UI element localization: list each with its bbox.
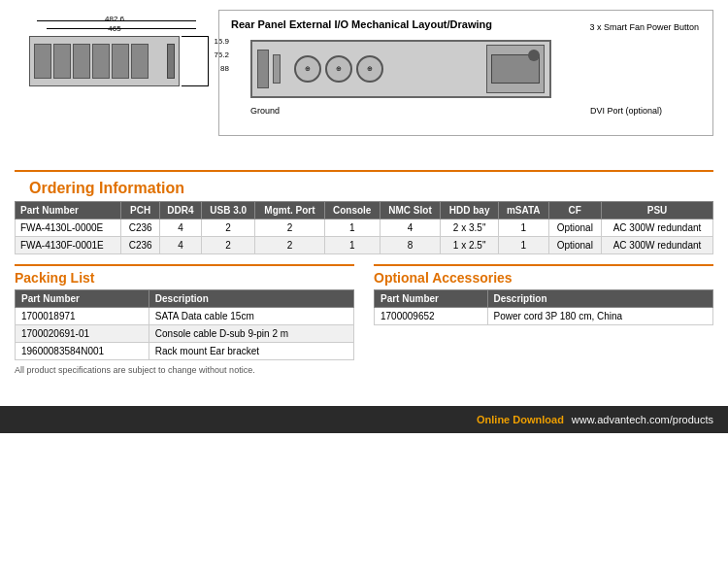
ground-label: Ground [250,106,280,116]
ordering-cell-1-2: 4 [159,237,201,254]
col-console: Console [324,202,380,219]
optional-col-part: Part Number [375,290,488,308]
ordering-cell-0-1: C236 [121,219,159,237]
packing-cell-2-1: Rack mount Ear bracket [149,343,353,360]
dvi-label: DVI Port (optional) [590,106,662,116]
ordering-cell-1-7: 1 x 2.5" [441,237,499,254]
fan-label: 3 x Smart Fan [589,22,645,32]
ordering-table: Part Number PCH DDR4 USB 3.0 Mgmt. Port … [15,201,713,254]
packing-cell-0-1: SATA Data cable 15cm [149,308,353,325]
ordering-cell-1-9: Optional [548,237,602,254]
fan-1: ⊕ [294,55,321,83]
optional-cell-0-1: Power cord 3P 180 cm, China [487,308,712,325]
packing-list-title: Packing List [15,264,354,286]
packing-col-part: Part Number [16,290,149,308]
ordering-cell-1-3: 2 [202,237,255,254]
ordering-cell-0-0: FWA-4130L-0000E [16,219,121,237]
optional-accessories-table: Part Number Description 1700009652Power … [374,289,713,325]
ordering-cell-1-0: FWA-4130F-0001E [16,237,121,254]
rear-panel-diagram: 3 x Smart Fan Power Button ⊕ ⊕ ⊕ [250,40,701,98]
packing-col-desc: Description [149,290,353,308]
mechanical-drawing-left: 482.6 465 15 [15,10,209,136]
ordering-title: Ordering Information [15,170,713,201]
col-mgmt-port: Mgmt. Port [255,202,324,219]
footer-section: All product specifications are subject t… [0,370,728,406]
packing-cell-0-0: 1700018971 [16,308,149,325]
col-pch: PCH [121,202,159,219]
packing-row-1: 1700020691-01Console cable D-sub 9-pin 2… [16,325,354,343]
col-usb30: USB 3.0 [202,202,255,219]
dimension-block: 482.6 465 15 [19,15,214,121]
optional-row-0: 1700009652Power cord 3P 180 cm, China [375,308,713,325]
footer-content: Online Download www.advantech.com/produc… [477,414,713,425]
ordering-cell-0-6: 4 [380,219,441,237]
packing-row-2: 19600083584N001Rack mount Ear bracket [16,343,354,360]
packing-cell-1-1: Console cable D-sub 9-pin 2 m [149,325,353,343]
ordering-cell-0-5: 1 [324,219,380,237]
rear-panel-box: Rear Panel External I/O Mechanical Layou… [218,10,713,136]
ordering-cell-1-6: 8 [380,237,441,254]
optional-accessories-section: Optional Accessories Part Number Descrip… [374,264,713,360]
fan-3: ⊕ [356,55,383,83]
packing-list-section: Packing List Part Number Description 170… [15,264,354,360]
footer-url: www.advantech.com/products [572,414,713,425]
ordering-cell-0-4: 2 [255,219,324,237]
ordering-row-0: FWA-4130L-0000EC236422142 x 3.5"1Optiona… [16,219,713,237]
bottom-section: Packing List Part Number Description 170… [0,254,728,370]
ordering-cell-1-4: 2 [255,237,324,254]
packing-cell-1-0: 1700020691-01 [16,325,149,343]
ordering-cell-0-9: Optional [548,219,602,237]
ordering-cell-0-10: AC 300W redundant [602,219,713,237]
packing-list-table: Part Number Description 1700018971SATA D… [15,289,354,360]
col-msata: mSATA [498,202,548,219]
ordering-cell-1-1: C236 [121,237,159,254]
ordering-header-row: Part Number PCH DDR4 USB 3.0 Mgmt. Port … [16,202,713,219]
dim-label-482: 482.6 [105,15,124,23]
ordering-cell-0-2: 4 [159,219,201,237]
optional-accessories-title: Optional Accessories [374,264,713,286]
power-button [528,50,540,61]
ordering-cell-0-7: 2 x 3.5" [441,219,499,237]
ordering-cell-1-5: 1 [324,237,380,254]
packing-row-0: 1700018971SATA Data cable 15cm [16,308,354,325]
packing-header: Part Number Description [16,290,354,308]
ordering-row-1: FWA-4130F-0001EC236422181 x 2.5"1Optiona… [16,237,713,254]
ordering-cell-1-10: AC 300W redundant [602,237,713,254]
packing-cell-2-0: 19600083584N001 [16,343,149,360]
col-psu: PSU [602,202,713,219]
top-section: 482.6 465 15 [0,0,728,141]
power-btn-label: Power Button [646,22,699,32]
fan-2: ⊕ [325,55,352,83]
server-front-diagram: 15.9 76.2 88 [29,36,180,86]
ordering-section: Ordering Information Part Number PCH DDR… [0,170,728,254]
col-ddr4: DDR4 [159,202,201,219]
col-cf: CF [548,202,602,219]
col-hdd-bay: HDD bay [441,202,499,219]
footer-disclaimer: All product specifications are subject t… [15,365,255,375]
footer-bar: Online Download www.advantech.com/produc… [0,406,728,433]
col-nmc-slot: NMC Slot [380,202,441,219]
col-part-number: Part Number [16,202,121,219]
online-download-label: Online Download [477,414,564,425]
ordering-cell-0-3: 2 [202,219,255,237]
optional-col-desc: Description [487,290,712,308]
optional-header: Part Number Description [375,290,713,308]
ordering-cell-0-8: 1 [498,219,548,237]
ordering-cell-1-8: 1 [498,237,548,254]
optional-cell-0-0: 1700009652 [375,308,488,325]
